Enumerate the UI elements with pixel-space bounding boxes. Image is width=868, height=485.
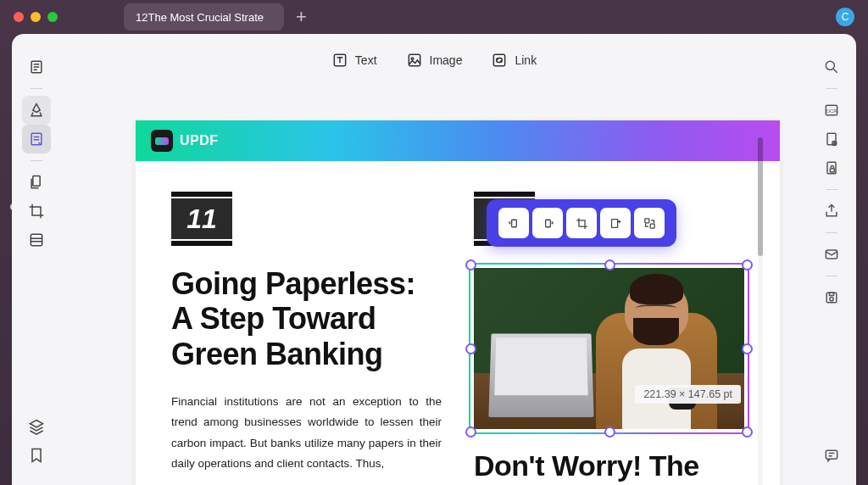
edit-toolbar: Text Image Link: [61, 34, 807, 86]
replace-button[interactable]: [634, 208, 665, 238]
svg-rect-10: [611, 219, 617, 227]
email-button[interactable]: [817, 240, 846, 269]
layers-tool[interactable]: [22, 412, 51, 441]
pdf-page: UPDF 11 Going Paperless: A Step Toward G…: [136, 120, 780, 485]
center-pane: Text Image Link UPDF: [61, 34, 807, 485]
insert-image-button[interactable]: Image: [406, 52, 463, 69]
column-left: 11 Going Paperless: A Step Toward Green …: [171, 192, 442, 485]
separator: [826, 232, 837, 233]
dimension-label: 221.39 × 147.65 pt: [635, 385, 741, 404]
section-title: Going Paperless: A Step Toward Green Ban…: [171, 266, 442, 371]
separator: [826, 189, 837, 190]
vertical-scrollbar[interactable]: [758, 137, 763, 485]
svg-rect-1: [31, 133, 42, 144]
save-button[interactable]: [817, 283, 846, 312]
user-avatar[interactable]: C: [836, 8, 854, 26]
separator: [31, 160, 42, 161]
image-edit-toolbar: [487, 199, 676, 247]
tab-title: 12The Most Crucial Strate: [136, 11, 264, 24]
image-selection-box[interactable]: 221.39 × 147.65 pt: [469, 263, 749, 434]
section-number: 11: [171, 198, 232, 239]
separator: [826, 88, 837, 89]
copy-tool[interactable]: [22, 168, 51, 197]
left-sidebar: [12, 34, 61, 485]
svg-rect-24: [826, 450, 837, 459]
app-body: Text Image Link UPDF: [12, 34, 856, 485]
updf-logo-icon: [151, 130, 173, 152]
page-header-banner: UPDF: [136, 120, 780, 161]
crop-page-tool[interactable]: [22, 197, 51, 226]
separator: [31, 88, 42, 89]
section-title: Don't Worry! The: [474, 449, 744, 482]
avatar-initial: C: [842, 11, 849, 23]
svg-point-22: [830, 298, 833, 301]
resize-handle-e[interactable]: [742, 343, 753, 354]
page-content: 11 Going Paperless: A Step Toward Green …: [136, 161, 780, 485]
maximize-window-button[interactable]: [47, 12, 58, 22]
toolbar-label: Text: [355, 53, 377, 67]
search-button[interactable]: [817, 53, 846, 81]
insert-text-button[interactable]: Text: [331, 52, 377, 69]
resize-handle-ne[interactable]: [742, 259, 753, 270]
resize-handle-s[interactable]: [604, 426, 615, 438]
minimize-window-button[interactable]: [31, 12, 41, 22]
insert-link-button[interactable]: Link: [491, 52, 537, 69]
svg-rect-23: [830, 293, 834, 295]
comment-button[interactable]: [817, 441, 846, 470]
scrollbar-thumb[interactable]: [758, 137, 763, 256]
redact-tool[interactable]: [22, 226, 51, 254]
add-tab-button[interactable]: +: [296, 6, 307, 28]
selected-image-wrapper: 221.39 × 147.65 pt: [474, 263, 744, 432]
protect-button[interactable]: [817, 153, 846, 182]
svg-point-6: [411, 58, 414, 60]
export-button[interactable]: [600, 208, 631, 238]
svg-rect-2: [33, 176, 40, 187]
svg-rect-9: [545, 220, 550, 227]
toolbar-label: Image: [430, 53, 463, 67]
resize-handle-w[interactable]: [465, 343, 476, 354]
brand-text: UPDF: [180, 133, 219, 148]
photo-placeholder: [474, 268, 744, 429]
bookmark-tool[interactable]: [22, 441, 51, 470]
document-tab[interactable]: 12The Most Crucial Strate: [124, 3, 284, 31]
svg-rect-19: [830, 169, 834, 172]
toolbar-label: Link: [515, 53, 537, 67]
resize-handle-sw[interactable]: [465, 426, 476, 438]
resize-handle-se[interactable]: [742, 426, 753, 438]
rotate-left-button[interactable]: [498, 208, 529, 238]
highlighter-tool[interactable]: [22, 96, 51, 125]
document-viewport[interactable]: UPDF 11 Going Paperless: A Step Toward G…: [61, 86, 807, 485]
ocr-button[interactable]: OCR: [817, 96, 846, 125]
page-organizer-button[interactable]: [817, 125, 846, 153]
svg-rect-5: [409, 54, 420, 65]
svg-rect-11: [644, 218, 648, 222]
svg-rect-12: [650, 224, 654, 228]
share-button[interactable]: [817, 197, 846, 226]
svg-rect-8: [511, 220, 516, 227]
resize-handle-n[interactable]: [604, 259, 615, 270]
separator: [826, 276, 837, 276]
svg-point-13: [826, 61, 834, 70]
window-frame: 12The Most Crucial Strate + C: [0, 0, 868, 485]
svg-rect-3: [31, 234, 42, 245]
image-content: [474, 268, 744, 429]
close-window-button[interactable]: [14, 12, 24, 22]
svg-rect-7: [494, 54, 505, 65]
right-sidebar: OCR: [807, 34, 856, 485]
section-body: Financial institutions are not an except…: [171, 392, 442, 474]
reader-tool[interactable]: [22, 53, 51, 81]
section-number-badge: 11: [171, 192, 232, 246]
rotate-right-button[interactable]: [532, 208, 563, 238]
edit-tool[interactable]: [22, 125, 51, 153]
crop-button[interactable]: [566, 208, 597, 238]
svg-text:OCR: OCR: [826, 109, 837, 114]
traffic-lights: [14, 12, 58, 22]
resize-handle-nw[interactable]: [465, 259, 476, 270]
titlebar: 12The Most Crucial Strate + C: [0, 0, 868, 34]
